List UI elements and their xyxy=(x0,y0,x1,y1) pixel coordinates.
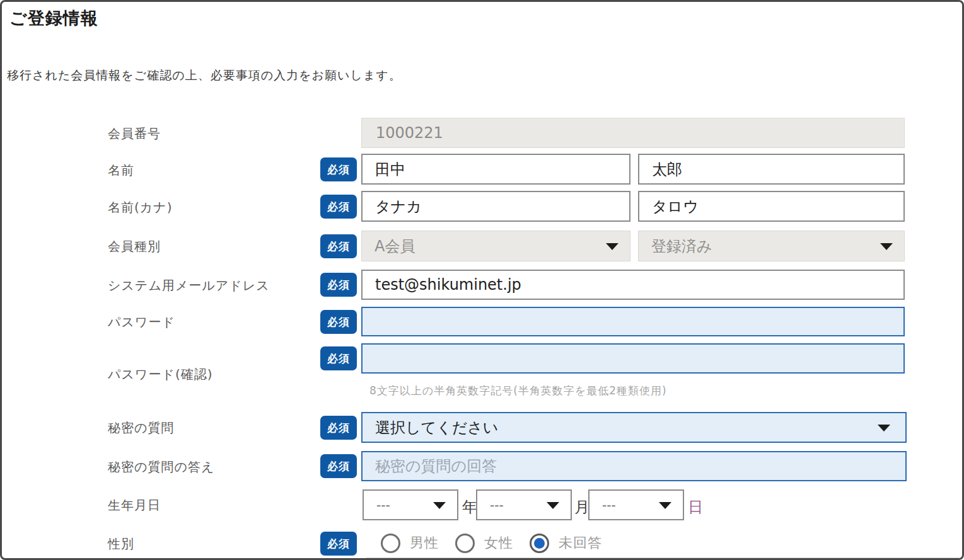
registration-form-page: ご登録情報 移行された会員情報をご確認の上、必要事項の入力をお願いします。 会員… xyxy=(0,0,964,560)
month-unit: 月 xyxy=(574,497,589,517)
member-number-field: 1000221 xyxy=(361,118,905,148)
radio-icon[interactable] xyxy=(381,534,400,553)
gender-option-label: 男性 xyxy=(410,534,439,552)
password-input[interactable] xyxy=(361,307,905,336)
required-badge: 必須 xyxy=(320,532,357,556)
chevron-down-icon xyxy=(659,502,671,509)
required-badge: 必須 xyxy=(320,346,357,370)
password-label: パスワード xyxy=(108,314,175,331)
member-type-label: 会員種別 xyxy=(108,238,161,255)
gender-option-male[interactable]: 男性 xyxy=(381,531,439,555)
birth-month-select[interactable]: --- xyxy=(476,489,572,520)
year-unit: 年 xyxy=(462,497,477,517)
secret-question-value: 選択してください xyxy=(375,418,498,438)
secret-answer-input[interactable] xyxy=(361,451,907,481)
next-element-top-edge xyxy=(366,557,962,560)
day-unit: 日 xyxy=(688,497,703,517)
chevron-down-icon xyxy=(606,243,618,250)
birth-year-value: --- xyxy=(376,498,390,513)
gender-label: 性別 xyxy=(108,535,134,552)
birth-day-value: --- xyxy=(602,498,616,513)
secret-answer-label: 秘密の質問の答え xyxy=(108,459,214,476)
password-hint: 8文字以上の半角英数字記号(半角英数字を最低2種類使用) xyxy=(369,384,667,398)
required-badge: 必須 xyxy=(320,157,357,181)
last-name-input[interactable] xyxy=(361,154,630,185)
member-number-value: 1000221 xyxy=(376,124,443,142)
first-name-kana-input[interactable] xyxy=(638,191,905,222)
birth-month-value: --- xyxy=(490,498,504,513)
required-badge: 必須 xyxy=(320,416,357,440)
chevron-down-icon xyxy=(433,502,446,509)
required-badge: 必須 xyxy=(320,454,357,478)
first-name-input[interactable] xyxy=(638,154,905,185)
required-badge: 必須 xyxy=(320,195,357,219)
secret-question-label: 秘密の質問 xyxy=(108,420,174,437)
password-confirm-input[interactable] xyxy=(361,343,905,374)
member-type-category-select: A会員 xyxy=(361,231,630,261)
birth-date-label: 生年月日 xyxy=(108,497,161,514)
member-type-category-value: A会員 xyxy=(375,236,415,256)
name-kana-label: 名前(カナ) xyxy=(108,199,173,216)
gender-option-female[interactable]: 女性 xyxy=(455,531,513,555)
birth-year-select[interactable]: --- xyxy=(363,489,458,520)
page-subtitle: 移行された会員情報をご確認の上、必要事項の入力をお願いします。 xyxy=(7,67,402,84)
name-label: 名前 xyxy=(108,162,134,179)
password-confirm-label: パスワード(確認) xyxy=(108,366,212,383)
gender-option-label: 未回答 xyxy=(559,534,602,552)
chevron-down-icon xyxy=(547,502,559,509)
chevron-down-icon xyxy=(878,425,890,431)
member-number-label: 会員番号 xyxy=(108,125,161,142)
member-type-status-value: 登録済み xyxy=(651,236,712,256)
secret-question-select[interactable]: 選択してください xyxy=(361,412,907,443)
gender-option-no-answer[interactable]: 未回答 xyxy=(530,531,602,555)
birth-day-select[interactable]: --- xyxy=(588,489,684,520)
required-badge: 必須 xyxy=(320,310,357,334)
page-title: ご登録情報 xyxy=(9,7,98,30)
required-badge: 必須 xyxy=(320,234,357,258)
radio-icon[interactable] xyxy=(530,534,549,553)
gender-option-label: 女性 xyxy=(484,534,513,552)
member-type-status-select: 登録済み xyxy=(638,231,905,261)
required-badge: 必須 xyxy=(320,273,357,297)
last-name-kana-input[interactable] xyxy=(361,191,630,222)
radio-icon[interactable] xyxy=(455,534,475,553)
chevron-down-icon xyxy=(880,243,893,250)
system-email-input[interactable] xyxy=(361,270,905,300)
system-email-label: システム用メールアドレス xyxy=(108,277,270,294)
